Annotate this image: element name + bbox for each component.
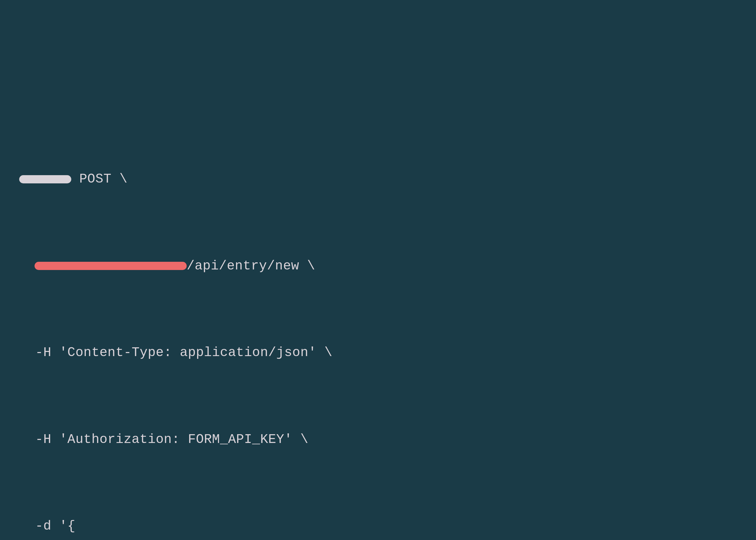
code-text: /api/entry/new \ [187,255,315,277]
redacted-url [35,262,187,270]
redacted-command [19,175,71,184]
code-text: -H 'Content-Type: application/json' \ [19,342,332,363]
code-line-2: /api/entry/new \ [19,255,737,277]
code-line-1: POST \ [19,168,737,190]
code-text: POST \ [71,168,127,190]
code-text: -d '{ [19,515,75,537]
code-line-3: -H 'Content-Type: application/json' \ [19,342,737,363]
code-line-5: -d '{ [19,516,737,537]
code-line-4: -H 'Authorization: FORM_API_KEY' \ [19,429,737,450]
code-text: -H 'Authorization: FORM_API_KEY' \ [19,429,309,450]
code-snippet: POST \ /api/entry/new \ -H 'Content-Type… [19,103,737,540]
